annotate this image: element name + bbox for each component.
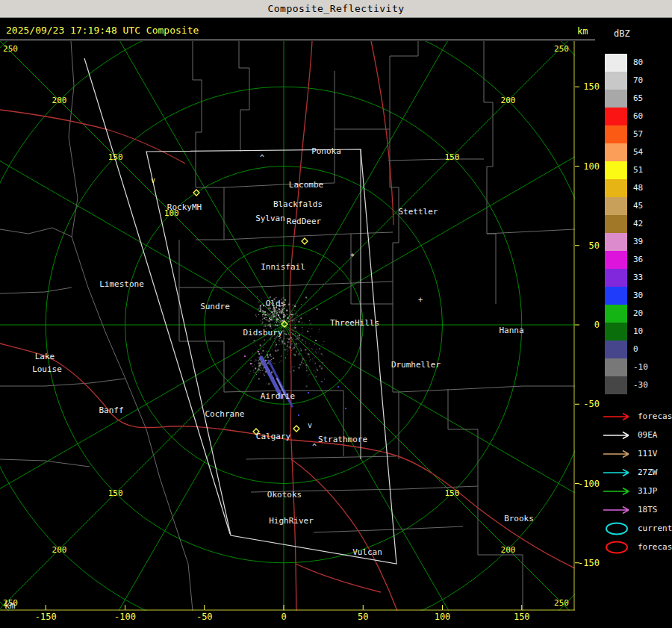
echo-speckle <box>281 344 281 345</box>
echo-speckle <box>262 350 264 352</box>
echo-speckle <box>261 368 262 369</box>
echo-speckle <box>258 372 258 373</box>
echo-speckle <box>285 357 286 358</box>
city-label: Stettler <box>399 207 438 217</box>
colorbar-value-label: 60 <box>633 108 643 125</box>
echo-speckle <box>293 322 293 323</box>
city-label: HighRiver <box>269 516 314 526</box>
echo-speckle <box>276 311 277 311</box>
ellipse-glyph <box>606 541 627 553</box>
echo-speckle <box>310 359 311 360</box>
echo-speckle <box>293 347 295 349</box>
echo-speckle <box>293 332 294 332</box>
echo-speckle <box>290 371 291 373</box>
legend-item: forecast <box>602 407 672 426</box>
echo-speckle <box>258 361 259 361</box>
echo-speckle <box>284 314 284 314</box>
echo-speckle <box>271 361 272 361</box>
echo-speckle <box>270 317 271 317</box>
colorbar-swatch <box>605 125 627 143</box>
echo-speckle <box>290 347 291 349</box>
echo-speckle <box>293 305 294 305</box>
echo-speckle <box>275 324 276 326</box>
echo-speckle <box>277 349 279 351</box>
colorbar-swatch <box>605 376 627 394</box>
echo-speckle <box>305 364 305 364</box>
city-label: Didsbury <box>243 328 283 338</box>
echo-speckle <box>270 319 272 320</box>
echo-speckle <box>292 312 293 313</box>
echo-speckle <box>260 360 261 361</box>
echo-speckle <box>279 317 280 317</box>
city-label: Airdrie <box>261 391 295 401</box>
echo-speckle <box>271 359 272 360</box>
scan-sector-edge <box>84 58 230 534</box>
echo-dot <box>298 414 299 416</box>
echo-speckle <box>288 338 290 340</box>
echo-speckle <box>287 344 288 345</box>
echo-speckle <box>264 375 265 376</box>
echo-speckle <box>281 314 281 314</box>
colorbar-row: 39 <box>605 233 648 251</box>
arrow-glyph <box>603 432 629 438</box>
echo-speckle <box>278 320 279 320</box>
echo-speckle <box>296 339 296 340</box>
echo-speckle <box>290 338 290 339</box>
echo-speckle <box>284 333 286 335</box>
echo-speckle <box>263 314 264 315</box>
city-label: Louise <box>32 364 62 374</box>
radial-line <box>284 325 575 541</box>
colorbar-swatch <box>605 251 627 269</box>
echo-speckle <box>278 314 279 316</box>
echo-speckle <box>264 311 265 313</box>
legend-item: 27ZW <box>602 463 672 482</box>
echo-speckle <box>275 342 276 343</box>
echo-speckle <box>293 349 293 349</box>
echo-speckle <box>270 323 271 324</box>
colorbar-value-label: 33 <box>633 269 643 287</box>
echo-speckle <box>308 366 309 367</box>
echo-speckle <box>284 320 284 320</box>
echo-speckle <box>299 355 299 356</box>
echo-speckle <box>279 317 280 318</box>
echo-speckle <box>309 357 310 358</box>
point-marker: v <box>308 421 312 429</box>
echo-speckle <box>289 332 290 333</box>
colorbar-value-label: 36 <box>633 251 643 269</box>
echo-speckle <box>249 373 249 374</box>
bottom-tick-label: 100 <box>426 612 459 622</box>
echo-speckle <box>289 341 290 342</box>
echo-speckle <box>276 322 277 323</box>
echo-speckle <box>299 364 301 365</box>
echo-speckle <box>322 367 323 367</box>
city-label: Sundre <box>200 302 230 311</box>
colorbar-value-label: 65 <box>633 90 643 108</box>
echo-speckle <box>274 326 275 326</box>
echo-speckle <box>275 346 276 347</box>
colorbar-value-label: -30 <box>633 376 648 394</box>
colorbar-row: 36 <box>605 251 648 269</box>
echo-speckle <box>273 310 275 311</box>
colorbar-value-label: 48 <box>633 179 643 197</box>
colorbar-value-label: 80 <box>633 54 643 72</box>
colorbar-value-label: 10 <box>633 323 643 341</box>
echo-dot <box>345 408 346 409</box>
echo-speckle <box>258 369 259 370</box>
echo-speckle <box>269 314 270 314</box>
city-label: Strathmore <box>318 435 367 444</box>
right-tick-label: 100 <box>583 161 600 172</box>
radar-stage: 2025/09/23 17:19:48 UTC Composite km 100… <box>0 18 672 628</box>
legend-label: 111V <box>638 449 658 458</box>
colorbar-row: 70 <box>605 72 648 90</box>
echo-speckle <box>305 364 307 366</box>
echo-speckle <box>261 370 261 371</box>
echo-speckle <box>277 351 278 352</box>
echo-speckle <box>276 313 277 314</box>
echo-speckle <box>261 323 263 325</box>
echo-speckle <box>265 324 266 325</box>
echo-speckle <box>270 313 271 314</box>
arrow-glyph <box>603 469 629 476</box>
colorbar-title: dBZ <box>614 28 630 39</box>
echo-speckle <box>264 339 265 341</box>
colorbar-swatch <box>605 287 627 305</box>
